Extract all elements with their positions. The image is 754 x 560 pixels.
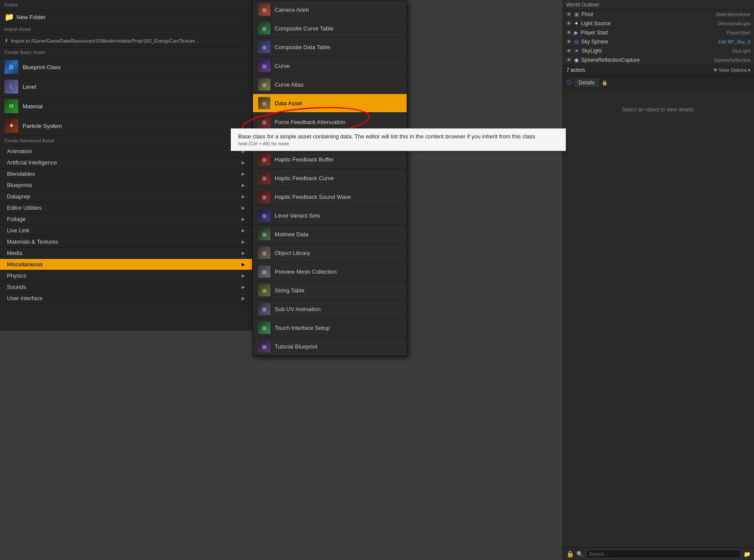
actor-name: Player Start — [581, 30, 608, 36]
adv-menu-item-materials-&-textures[interactable]: Materials & Textures▶ — [0, 236, 252, 248]
arrow-right-icon: ▶ — [242, 262, 245, 267]
submenu-item-label: Data Asset — [275, 100, 302, 107]
arrow-right-icon: ▶ — [242, 171, 245, 176]
actor-mesh-icon: ▣ — [574, 11, 579, 17]
eye-icon[interactable]: 👁 — [566, 20, 572, 27]
submenu-item-level-variant-sets[interactable]: ▣Level Variant Sets — [253, 206, 407, 225]
actor-type: SkyLight — [732, 48, 751, 54]
submenu-item-tutorial-blueprint[interactable]: ▣Tutorial Blueprint — [253, 337, 407, 356]
submenu-item-composite-data-table[interactable]: ▣Composite Data Table — [253, 38, 407, 57]
submenu-item-camera-anim[interactable]: ▣Camera Anim — [253, 0, 407, 19]
actor-list: 👁 ▣ Floor StaticMeshActor 👁 ✦ Light Sour… — [563, 10, 754, 65]
submenu-item-composite-curve-table[interactable]: ▣Composite Curve Table — [253, 19, 407, 38]
actors-count: 7 actors — [566, 67, 585, 73]
content-browser-bottom-bar: 🔒 🔍 📁 — [563, 547, 754, 560]
adv-menu-item-artificial-intelligence[interactable]: Artificial Intelligence▶ — [0, 157, 252, 168]
submenu-item-curve-atlas[interactable]: ▣Curve Atlas — [253, 75, 407, 94]
new-folder-button[interactable]: 📁 New Folder — [0, 10, 252, 24]
search-input[interactable] — [586, 550, 741, 558]
particle-system-button[interactable]: ✦ Particle System — [0, 116, 252, 136]
submenu-item-label: Composite Curve Table — [275, 25, 333, 32]
submenu-item-haptic-feedback-sound-wave[interactable]: ▣Haptic Feedback Sound Wave — [253, 188, 407, 206]
menu-item-label: Miscellaneous — [7, 261, 43, 268]
actor-name: Light Source — [581, 20, 610, 27]
submenu-icon-composite-data-table: ▣ — [258, 41, 270, 53]
level-icon-box: L — [4, 80, 18, 94]
submenu-item-string-table[interactable]: ▣String Table — [253, 281, 407, 300]
eye-icon[interactable]: 👁 — [566, 48, 572, 54]
chevron-down-icon: ▾ — [748, 67, 751, 73]
import-button[interactable]: ⬇ Import to /Game/GameData/Resources/SSM… — [0, 34, 252, 47]
submenu-item-label: Matinee Data — [275, 231, 308, 238]
adv-menu-item-physics[interactable]: Physics▶ — [0, 270, 252, 282]
menu-item-label: Artificial Intelligence — [7, 159, 57, 166]
submenu-item-matinee-data[interactable]: ▣Matinee Data — [253, 225, 407, 244]
arrow-right-icon: ▶ — [242, 273, 245, 278]
adv-menu-item-editor-utilities[interactable]: Editor Utilities▶ — [0, 202, 252, 214]
submenu-item-label: Haptic Feedback Buffer — [275, 156, 334, 163]
submenu-item-haptic-feedback-buffer[interactable]: ▣Haptic Feedback Buffer — [253, 150, 407, 169]
submenu-item-data-asset[interactable]: ▣Data Asset — [253, 94, 407, 113]
adv-menu-item-miscellaneous[interactable]: Miscellaneous▶ — [0, 259, 252, 270]
adv-menu-item-live-link[interactable]: Live Link▶ — [0, 225, 252, 236]
submenu-item-curve[interactable]: ▣Curve — [253, 57, 407, 75]
submenu-icon-haptic-feedback-curve: ▣ — [258, 172, 270, 184]
submenu-icon-preview-mesh-collection: ▣ — [258, 265, 270, 278]
eye-icon[interactable]: 👁 — [566, 30, 572, 36]
actor-item-sphere-capture[interactable]: 👁 ◉ SphereReflectionCapture SphereReflec… — [563, 56, 754, 65]
actor-item-playerstart[interactable]: 👁 ▶ Player Start PlayerStart — [563, 28, 754, 37]
submenu-item-label: Composite Data Table — [275, 44, 330, 50]
details-header: ⓘ Details 🔒 — [563, 76, 754, 89]
submenu-icon-curve-atlas: ▣ — [258, 78, 270, 91]
particle-icon: ✦ — [4, 119, 18, 133]
actor-player-icon: ▶ — [574, 30, 578, 36]
eye-icon[interactable]: 👁 — [566, 39, 572, 45]
adv-menu-item-animation[interactable]: Animation▶ — [0, 146, 252, 157]
adv-menu-item-dataprep[interactable]: Dataprep▶ — [0, 191, 252, 202]
folder-icon: 📁 — [4, 12, 14, 22]
submenu-icon-haptic-feedback-sound-wave: ▣ — [258, 191, 270, 203]
submenu-item-haptic-feedback-curve[interactable]: ▣Haptic Feedback Curve — [253, 169, 407, 188]
level-label: Level — [23, 84, 36, 90]
submenu-item-sub-uv-animation[interactable]: ▣Sub UV Animation — [253, 300, 407, 319]
blueprint-class-label: Blueprint Class — [23, 64, 61, 70]
adv-menu-item-foliage[interactable]: Foliage▶ — [0, 214, 252, 225]
view-options-button[interactable]: 👁 View Options ▾ — [713, 67, 751, 73]
eye-icon[interactable]: 👁 — [566, 57, 572, 63]
arrow-right-icon: ▶ — [242, 194, 245, 199]
material-icon: M — [4, 99, 18, 113]
details-placeholder: Select an object to view details. — [622, 107, 695, 113]
level-button[interactable]: L Level — [0, 77, 252, 97]
eye-icon[interactable]: 👁 — [566, 11, 572, 17]
material-button[interactable]: M Material — [0, 97, 252, 116]
menu-item-label: Animation — [7, 148, 32, 154]
submenu-icon-force-feedback-attenuation: ▣ — [258, 116, 270, 128]
search-icon: 🔍 — [576, 551, 583, 557]
adv-menu-item-blueprints[interactable]: Blueprints▶ — [0, 180, 252, 191]
actor-item-skysphere[interactable]: 👁 ◎ Sky Sphere Edit BP_Sky_S — [563, 37, 754, 47]
adv-menu-item-user-interface[interactable]: User Interface▶ — [0, 293, 252, 304]
actor-item-skylight[interactable]: 👁 ☀ SkyLight SkyLight — [563, 47, 754, 56]
submenu-item-object-library[interactable]: ▣Object Library — [253, 244, 407, 262]
import-icon: ⬇ — [4, 38, 8, 44]
arrow-right-icon: ▶ — [242, 205, 245, 210]
details-tab[interactable]: Details — [574, 78, 599, 87]
submenu-item-touch-interface-setup[interactable]: ▣Touch Interface Setup — [253, 319, 407, 337]
adv-menu-item-sounds[interactable]: Sounds▶ — [0, 282, 252, 293]
actor-item-lightsource[interactable]: 👁 ✦ Light Source DirectionalLight — [563, 19, 754, 28]
actor-item-floor[interactable]: 👁 ▣ Floor StaticMeshActor — [563, 10, 754, 19]
submenu-item-label: Sub UV Animation — [275, 306, 321, 312]
import-path-row: ⬇ Import to /Game/GameData/Resources/SSM… — [4, 37, 248, 45]
advanced-section-header: Create Advanced Asset — [0, 136, 252, 146]
actor-name: SkyLight — [582, 48, 602, 54]
particle-label: Particle System — [23, 123, 62, 129]
arrow-right-icon: ▶ — [242, 296, 245, 301]
blueprint-class-button[interactable]: B Blueprint Class — [0, 57, 252, 77]
submenu-item-preview-mesh-collection[interactable]: ▣Preview Mesh Collection — [253, 262, 407, 281]
blueprint-icon: B — [4, 60, 18, 74]
actor-type-link[interactable]: Edit BP_Sky_S — [718, 39, 751, 44]
adv-menu-item-media[interactable]: Media▶ — [0, 248, 252, 259]
actor-type: PlayerStart — [727, 30, 751, 35]
import-section-header: Import Asset — [0, 24, 252, 34]
adv-menu-item-blendables[interactable]: Blendables▶ — [0, 168, 252, 180]
